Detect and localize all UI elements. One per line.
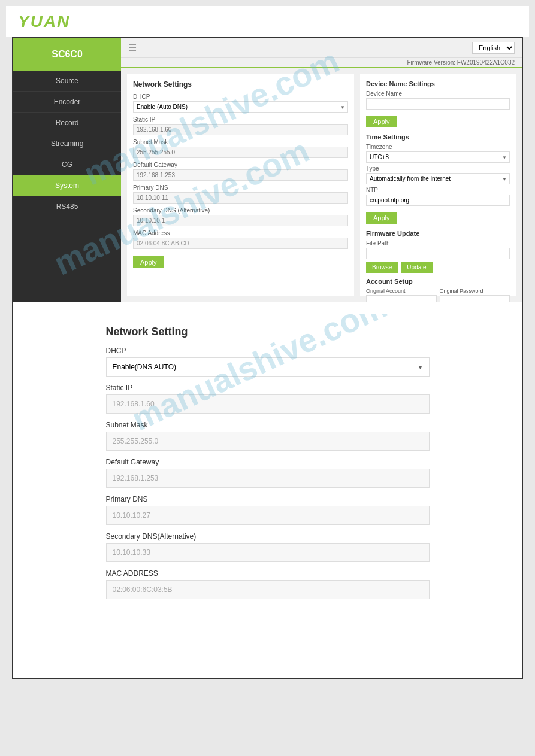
big-secondary-dns-input[interactable] <box>106 543 430 562</box>
big-default-gateway-group: Default Gateway <box>106 458 430 488</box>
subnet-mask-input[interactable] <box>133 147 348 158</box>
type-label: Type <box>366 165 510 172</box>
network-apply-button[interactable]: Apply <box>133 256 164 268</box>
ntp-label: NTP <box>366 187 510 193</box>
account-setup-title: Account Setup <box>366 278 510 285</box>
primary-dns-group: Primary DNS <box>133 184 348 204</box>
subnet-mask-label: Subnet Mask <box>133 139 348 145</box>
mac-address-input[interactable] <box>133 238 348 249</box>
primary-dns-input[interactable] <box>133 192 348 204</box>
default-gateway-input[interactable] <box>133 169 348 181</box>
time-apply-button[interactable]: Apply <box>366 212 397 224</box>
big-subnet-mask-input[interactable] <box>106 432 430 451</box>
sidebar-item-rs485[interactable]: RS485 <box>13 196 121 217</box>
device-name-apply-button[interactable]: Apply <box>366 116 397 127</box>
subnet-mask-group: Subnet Mask <box>133 139 348 158</box>
sidebar: SC6C0 Source Encoder Record Streaming CG… <box>13 38 121 302</box>
dhcp-group: DHCP Enable (Auto DNS) Disable <box>133 93 348 113</box>
dhcp-select[interactable]: Enable (Auto DNS) Disable <box>133 101 348 113</box>
original-password-label: Original Password <box>440 288 510 294</box>
default-gateway-label: Default Gateway <box>133 162 348 168</box>
big-default-gateway-label: Default Gateway <box>106 458 430 466</box>
secondary-dns-label: Secondary DNS (Alternative) <box>133 207 348 214</box>
sidebar-item-streaming[interactable]: Streaming <box>13 133 121 154</box>
big-static-ip-label: Static IP <box>106 384 430 392</box>
big-secondary-dns-group: Secondary DNS(Alternative) <box>106 532 430 562</box>
big-mac-label: MAC ADDRESS <box>106 569 430 578</box>
yuan-logo: YUAN <box>18 12 70 31</box>
main-content: ☰ English Firmware Version: FW20190422A1… <box>121 38 522 302</box>
original-account-input[interactable] <box>366 295 437 302</box>
original-account-field: Original Account <box>366 288 437 302</box>
big-secondary-dns-label: Secondary DNS(Alternative) <box>106 532 430 541</box>
ntp-input[interactable] <box>366 195 510 206</box>
device-name-section: Device Name Settings Device Name Apply <box>366 80 510 127</box>
device-name-input[interactable] <box>366 98 510 110</box>
big-default-gateway-input[interactable] <box>106 469 430 488</box>
hamburger-icon[interactable]: ☰ <box>128 42 137 54</box>
firmware-version: Firmware Version: FW20190422A1C032 <box>121 58 522 68</box>
default-gateway-group: Default Gateway <box>133 162 348 181</box>
big-mac-group: MAC ADDRESS <box>106 569 430 599</box>
timezone-select[interactable]: UTC+8 UTC+0 UTC-5 <box>366 151 510 163</box>
time-settings-section: Time Settings Timezone UTC+8 UTC+0 UTC-5 <box>366 133 510 224</box>
language-select[interactable]: English <box>472 42 515 54</box>
top-bar: ☰ English <box>121 38 522 58</box>
browse-button[interactable]: Browse <box>366 262 398 273</box>
sidebar-item-source[interactable]: Source <box>13 71 121 92</box>
static-ip-input[interactable] <box>133 124 348 135</box>
network-settings-title: Network Settings <box>133 80 348 89</box>
file-path-input[interactable] <box>366 248 510 259</box>
big-dhcp-group: DHCP Enable(DNS AUTO) Disable <box>106 347 430 377</box>
secondary-dns-group: Secondary DNS (Alternative) <box>133 207 348 226</box>
big-network-panel: Network Setting DHCP Enable(DNS AUTO) Di… <box>94 314 442 618</box>
static-ip-group: Static IP <box>133 116 348 135</box>
timezone-label: Timezone <box>366 144 510 150</box>
time-settings-title: Time Settings <box>366 133 510 141</box>
network-settings-panel: Network Settings DHCP Enable (Auto DNS) … <box>127 74 354 296</box>
sidebar-item-record[interactable]: Record <box>13 113 121 133</box>
firmware-update-title: Firmware Update <box>366 230 510 237</box>
secondary-dns-input[interactable] <box>133 215 348 226</box>
original-password-field: Original Password <box>440 288 510 302</box>
big-mac-input[interactable] <box>106 580 430 599</box>
original-account-label: Original Account <box>366 288 437 294</box>
big-primary-dns-input[interactable] <box>106 506 430 525</box>
big-primary-dns-group: Primary DNS <box>106 495 430 525</box>
firmware-update-section: Firmware Update File Path Browse Update <box>366 230 510 273</box>
big-subnet-mask-group: Subnet Mask <box>106 421 430 451</box>
big-subnet-mask-label: Subnet Mask <box>106 421 430 429</box>
sidebar-device-name: SC6C0 <box>13 38 121 71</box>
sidebar-item-system[interactable]: System <box>13 175 121 196</box>
big-static-ip-group: Static IP <box>106 384 430 414</box>
mac-address-label: MAC Address <box>133 230 348 236</box>
device-name-label: Device Name <box>366 90 510 97</box>
device-name-section-title: Device Name Settings <box>366 80 510 87</box>
dhcp-label: DHCP <box>133 93 348 100</box>
big-primary-dns-label: Primary DNS <box>106 495 430 503</box>
account-setup-section: Account Setup Original Account Original … <box>366 278 510 302</box>
static-ip-label: Static IP <box>133 116 348 123</box>
big-dhcp-select[interactable]: Enable(DNS AUTO) Disable <box>106 357 430 377</box>
bottom-spacer <box>13 630 522 678</box>
type-select[interactable]: Automatically from the internet Manual <box>366 173 510 184</box>
original-password-input[interactable] <box>440 295 510 302</box>
big-dhcp-label: DHCP <box>106 347 430 355</box>
file-path-label: File Path <box>366 240 510 247</box>
primary-dns-label: Primary DNS <box>133 184 348 191</box>
big-network-title: Network Setting <box>106 326 430 338</box>
sidebar-item-encoder[interactable]: Encoder <box>13 92 121 113</box>
mac-address-group: MAC Address <box>133 230 348 249</box>
right-panel: Device Name Settings Device Name Apply T… <box>360 74 516 296</box>
sidebar-item-cg[interactable]: CG <box>13 154 121 175</box>
update-button[interactable]: Update <box>401 262 432 273</box>
big-static-ip-input[interactable] <box>106 394 430 414</box>
